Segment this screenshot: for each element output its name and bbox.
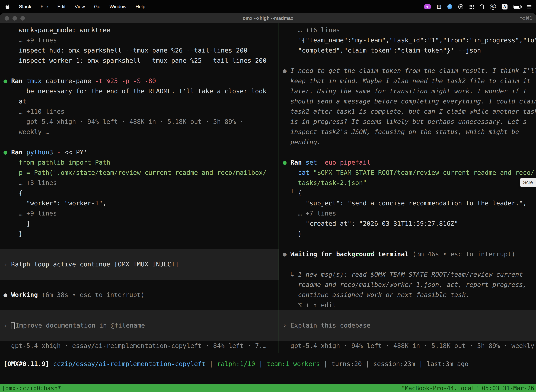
left-pane[interactable]: workspace_mode: worktree … +9 lines insp… [0, 23, 278, 351]
ran-tmux-line: ● Ran tmux capture-pane -t %25 -p -S -80 [0, 76, 278, 86]
prompt-input-right[interactable]: › Explain this codebase [279, 310, 536, 341]
blue-app-icon[interactable] [447, 4, 452, 9]
text-segment: | [255, 360, 267, 367]
text-segment: └ [4, 189, 15, 196]
menu-bar-status-icons: ⊞ 61 A [424, 4, 536, 10]
text-segment: is in progress? It seems likely but perh… [283, 118, 527, 125]
window-title: omx --xhigh --madmax [243, 16, 293, 21]
screen-share-notification[interactable]: Scre [520, 178, 536, 187]
terminal-line: task2 after task1 is complete, but can I… [279, 107, 536, 117]
inject-status-bar[interactable]: › Ralph loop active continue [OMX_TMUX_I… [0, 249, 278, 280]
title-bar[interactable]: omx --xhigh --madmax ⌥⌘1 [0, 13, 536, 23]
text-segment: "worker": "worker-1", [4, 200, 106, 207]
text-segment: later. Using the same for transition mig… [283, 88, 527, 95]
badge-61[interactable]: 61 [490, 4, 496, 10]
text-segment: from pathlib import Path [4, 159, 110, 166]
terminal-line [0, 300, 278, 310]
terminal-window: omx --xhigh --madmax ⌥⌘1 workspace_mode:… [0, 13, 536, 392]
text-segment: <<'PY' [61, 149, 87, 156]
dots-grid-icon[interactable] [469, 5, 474, 9]
text-segment: ● [4, 291, 7, 299]
text-segment: … +7 lines [283, 210, 336, 217]
text-segment: Explain this codebase [287, 322, 371, 329]
pane-divider[interactable] [278, 23, 279, 353]
terminal-line: '{"team_name":"my-team","task_id":"1","f… [279, 35, 536, 45]
text-segment: (6m 38s • esc to interrupt) [42, 291, 144, 299]
text-segment: keep that in mind. Maybe I also need the… [283, 77, 531, 84]
terminal-line: continue assigned work or next feasible … [279, 290, 536, 300]
tmux-host-clock: "MacBook-Pro-44.local" 05:03 31-Mar-26 [402, 385, 534, 392]
text-segment: … +16 lines [283, 26, 340, 33]
zoom-button[interactable] [20, 16, 25, 21]
terminal-line [0, 239, 278, 249]
terminal-line: workspace_mode: worktree [0, 25, 278, 35]
tmux-status-bar: [omx-cczip0:bash* "MacBook-Pro-44.local"… [0, 384, 536, 392]
menu-lines-icon[interactable] [527, 5, 531, 6]
input-source-icon[interactable]: A [502, 4, 507, 9]
text-segment [408, 250, 412, 258]
text-segment: inspect_hud: omx sparkshell --tmux-pane … [4, 47, 247, 54]
terminal-line: … +7 lines [279, 208, 536, 219]
active-app-name[interactable]: Slack [19, 4, 31, 9]
text-segment [287, 67, 291, 74]
text-segment [287, 159, 291, 166]
menu-help[interactable]: Help [136, 4, 145, 9]
text-segment: workspace_mode: worktree [4, 26, 110, 33]
text-segment: "completed","claim_token":"claim-token"}… [283, 47, 481, 54]
text-segment: team:1 workers [267, 360, 320, 367]
minimize-button[interactable] [13, 16, 17, 21]
prompt-input-left[interactable]: › Improve documentation in @filename [0, 310, 278, 341]
ghost-icon[interactable] [480, 5, 484, 9]
text-segment: "subject": "send a concise recommendatio… [283, 200, 527, 207]
screen-recording-indicator-icon[interactable] [424, 5, 431, 9]
menu-file[interactable]: File [41, 4, 48, 9]
terminal-line: … +9 lines [0, 35, 278, 45]
terminal-line: "completed","claim_token":"claim-token"}… [279, 45, 536, 56]
text-segment: be necessary for the end of the README. … [15, 88, 266, 95]
text-segment: ralph:1/10 [217, 360, 255, 367]
text-segment [23, 77, 26, 84]
menu-window[interactable]: Window [110, 4, 126, 9]
text-segment: ● [283, 67, 287, 74]
menu-go[interactable]: Go [94, 4, 100, 9]
battery-icon[interactable] [513, 5, 521, 9]
menu-view[interactable]: View [75, 4, 85, 9]
menu-edit[interactable]: Edit [57, 4, 66, 9]
terminal-line: from pathlib import Path [0, 157, 278, 168]
ran-set-line: ● Ran set -euo pipefail [279, 157, 536, 168]
text-segment [38, 291, 42, 299]
text-segment [302, 159, 306, 166]
right-pane[interactable]: … +16 lines '{"team_name":"my-team","tas… [279, 23, 536, 351]
text-segment: at [4, 98, 26, 105]
traffic-lights [5, 13, 25, 23]
terminal-line [0, 66, 278, 76]
text-segment: inspect task2's JSON, focusing on the st… [283, 128, 519, 135]
text-segment: | [206, 360, 217, 367]
text-segment: › [283, 322, 287, 329]
working-line: ● Working (6m 38s • esc to interrupt) [0, 290, 278, 300]
terminal-line: … +3 lines [0, 178, 278, 188]
terminal-line: … +9 lines [0, 208, 278, 219]
text-segment [287, 250, 291, 258]
apple-menu-icon[interactable] [5, 4, 10, 9]
terminal-line: readme-and-reco/mailbox/worker-1.json, a… [279, 280, 536, 290]
grid-icon[interactable]: ⊞ [437, 4, 441, 9]
text-segment: Waiting for background terminal [290, 250, 408, 258]
terminal-line [279, 56, 536, 66]
terminal[interactable]: workspace_mode: worktree … +9 lines insp… [0, 23, 536, 392]
terminal-line: └ be necessary for the end of the README… [0, 86, 278, 96]
terminal-line: later. Using the same for transition mig… [279, 86, 536, 96]
text-segment: ● [4, 77, 7, 84]
text-segment: … +3 lines [4, 179, 57, 186]
text-segment: I need to get the claim token from the c… [290, 67, 536, 74]
text-segment [7, 149, 11, 156]
text-segment: -t %25 -p -S -80 [95, 77, 156, 84]
text-segment [283, 179, 298, 186]
text-segment: Ralph loop active continue [OMX_TMUX_INJ… [7, 261, 179, 268]
terminal-line: gpt-5.4 xhigh · 94% left · 488K in · 5.1… [0, 117, 278, 127]
dark-app-icon[interactable] [458, 4, 463, 9]
close-button[interactable] [5, 16, 9, 21]
text-segment: - [57, 149, 61, 156]
text-segment: last:3m ago [427, 360, 469, 367]
text-segment: tmux [26, 77, 42, 84]
